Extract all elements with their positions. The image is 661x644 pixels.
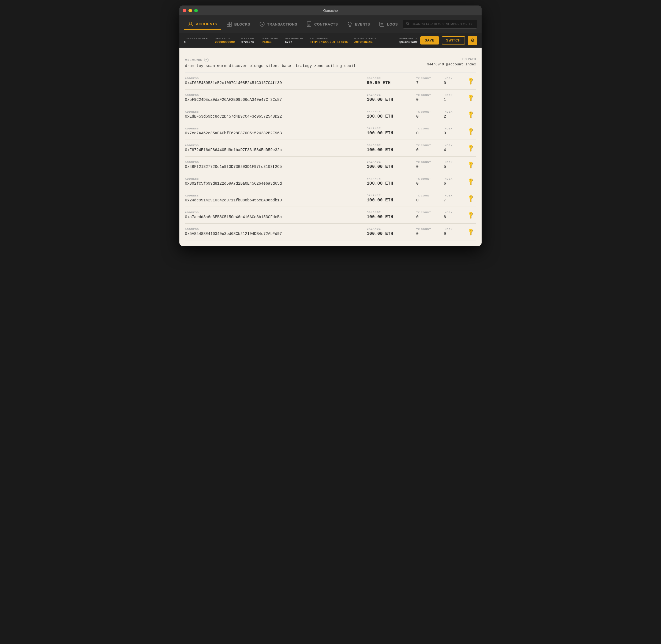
sidebar-item-blocks[interactable]: BLOCKS bbox=[222, 19, 254, 29]
close-button[interactable] bbox=[183, 9, 186, 13]
current-block-value: 8 bbox=[184, 40, 208, 44]
save-button[interactable]: SAVE bbox=[420, 36, 439, 45]
tx-count-label: TX COUNT bbox=[416, 194, 444, 197]
gas-price-value: 20000000000 bbox=[215, 40, 235, 44]
account-index: 2 bbox=[444, 114, 466, 119]
account-address-section: ADDRESS 0x302fC5fb99d8122d59A7d2Ba0E4562… bbox=[185, 178, 367, 186]
statusbar-right: WORKSPACE QUICKSTART SAVE SWITCH ⚙ bbox=[400, 36, 477, 45]
address-label: ADDRESS bbox=[185, 211, 367, 214]
account-row: ADDRESS 0x24dc99142910342c9711fb088b6455… bbox=[185, 190, 476, 207]
mnemonic-help-button[interactable]: ? bbox=[204, 58, 208, 62]
svg-rect-1 bbox=[227, 22, 229, 24]
account-tx-count: 0 bbox=[416, 97, 444, 102]
account-address: 0x5A84488E416349e3bd68Cb212194DB4c72AbFd… bbox=[185, 232, 367, 236]
maximize-button[interactable] bbox=[194, 9, 198, 13]
account-address: 0x24dc99142910342c9711fb088b6455cBA965db… bbox=[185, 198, 367, 203]
index-label: INDEX bbox=[444, 211, 466, 214]
address-label: ADDRESS bbox=[185, 127, 367, 130]
balance-label: BALANCE bbox=[367, 77, 416, 79]
account-balance: 99.99 ETH bbox=[367, 80, 416, 86]
account-address-section: ADDRESS 0xbF9C24DEca9daF26AF2E09566cA349… bbox=[185, 94, 367, 102]
sidebar-item-transactions[interactable]: TRANSACTIONS bbox=[255, 19, 301, 29]
account-tx-count: 0 bbox=[416, 131, 444, 135]
minimize-button[interactable] bbox=[188, 9, 192, 13]
tx-count-label: TX COUNT bbox=[416, 111, 444, 113]
sidebar-item-contracts[interactable]: CONTRACTS bbox=[302, 19, 342, 29]
switch-button[interactable]: SWITCH bbox=[442, 36, 465, 45]
account-balance-section: BALANCE 100.00 ETH bbox=[367, 160, 416, 169]
account-txcount-section: TX COUNT 0 bbox=[416, 161, 444, 169]
blocks-label: BLOCKS bbox=[234, 22, 250, 26]
account-row: ADDRESS 0x7ce7AA62e35aEACbfE628E87005152… bbox=[185, 123, 476, 140]
account-txcount-section: TX COUNT 0 bbox=[416, 94, 444, 102]
account-balance-section: BALANCE 100.00 ETH bbox=[367, 177, 416, 186]
sidebar-item-events[interactable]: EVENTS bbox=[343, 19, 374, 29]
index-label: INDEX bbox=[444, 161, 466, 163]
account-balance: 100.00 ETH bbox=[367, 181, 416, 186]
show-key-button[interactable]: 🔑 bbox=[465, 209, 477, 221]
account-txcount-section: TX COUNT 0 bbox=[416, 144, 444, 152]
account-tx-count: 0 bbox=[416, 198, 444, 203]
account-balance: 100.00 ETH bbox=[367, 114, 416, 119]
rpc-server-value: HTTP://127.0.0.1:7545 bbox=[310, 40, 348, 44]
search-bar[interactable] bbox=[403, 20, 477, 28]
show-key-button[interactable]: 🔑 bbox=[465, 192, 477, 204]
blocks-icon bbox=[226, 21, 232, 27]
address-label: ADDRESS bbox=[185, 178, 367, 180]
show-key-button[interactable]: 🔑 bbox=[465, 125, 477, 137]
balance-label: BALANCE bbox=[367, 211, 416, 213]
account-index: 6 bbox=[444, 181, 466, 186]
mining-status-value: AUTOMINING bbox=[355, 40, 377, 44]
index-label: INDEX bbox=[444, 144, 466, 147]
show-key-button[interactable]: 🔑 bbox=[465, 226, 477, 238]
account-txcount-section: TX COUNT 0 bbox=[416, 211, 444, 219]
account-row: ADDRESS 0x4F65E480581eE2c1097C1408E2451C… bbox=[185, 73, 476, 90]
account-index-section: INDEX 9 bbox=[444, 228, 466, 236]
address-label: ADDRESS bbox=[185, 144, 367, 147]
show-key-button[interactable]: 🔑 bbox=[465, 176, 477, 187]
account-index-section: INDEX 1 bbox=[444, 94, 466, 102]
rpc-server-label: RPC SERVER bbox=[310, 37, 348, 40]
titlebar-controls bbox=[183, 9, 198, 13]
account-index: 3 bbox=[444, 131, 466, 135]
workspace-item: WORKSPACE QUICKSTART bbox=[400, 37, 417, 44]
tx-count-label: TX COUNT bbox=[416, 77, 444, 80]
show-key-button[interactable]: 🔑 bbox=[465, 75, 477, 87]
balance-label: BALANCE bbox=[367, 177, 416, 180]
account-address: 0x302fC5fb99d8122d59A7d2Ba0E456264eba3d6… bbox=[185, 181, 367, 186]
settings-button[interactable]: ⚙ bbox=[468, 36, 477, 45]
address-label: ADDRESS bbox=[185, 111, 367, 113]
mnemonic-left: MNEMONIC ? drum toy scan warm discover p… bbox=[185, 58, 427, 68]
show-key-button[interactable]: 🔑 bbox=[465, 92, 477, 104]
events-icon bbox=[347, 21, 353, 27]
index-label: INDEX bbox=[444, 194, 466, 197]
show-key-button[interactable]: 🔑 bbox=[465, 159, 477, 170]
account-index: 0 bbox=[444, 81, 466, 85]
accounts-list: ADDRESS 0x4F65E480581eE2c1097C1408E2451C… bbox=[185, 73, 476, 240]
account-address: 0xF8724E16dF864405d9c1baD7F331584EdD59e3… bbox=[185, 148, 367, 152]
gear-icon: ⚙ bbox=[471, 38, 475, 43]
show-key-button[interactable]: 🔑 bbox=[465, 142, 477, 154]
contracts-icon bbox=[306, 21, 312, 27]
mnemonic-text: drum toy scan warm discover plunge silen… bbox=[185, 64, 427, 68]
account-index: 4 bbox=[444, 148, 466, 152]
account-balance-section: BALANCE 100.00 ETH bbox=[367, 93, 416, 102]
gas-limit-item: GAS LIMIT 6721975 bbox=[242, 37, 256, 44]
show-key-button[interactable]: 🔑 bbox=[465, 109, 477, 120]
svg-point-0 bbox=[189, 22, 192, 24]
tx-count-label: TX COUNT bbox=[416, 94, 444, 96]
search-input[interactable] bbox=[412, 23, 474, 26]
account-row: ADDRESS 0x302fC5fb99d8122d59A7d2Ba0E4562… bbox=[185, 174, 476, 190]
account-address: 0x7ce7AA62e35aEACbfE628E870051524382B2F9… bbox=[185, 131, 367, 135]
account-address: 0x4BFf2132772Dc1e9f3D73B293D1F97fc3103f2… bbox=[185, 165, 367, 169]
sidebar-item-logs[interactable]: LOGS bbox=[375, 19, 402, 29]
account-address: 0xEdBF53d69bc8dC2D457d4B9CC4F3c96572548D… bbox=[185, 114, 367, 119]
account-balance: 100.00 ETH bbox=[367, 147, 416, 153]
svg-point-8 bbox=[406, 22, 409, 24]
svg-rect-3 bbox=[227, 24, 229, 26]
account-txcount-section: TX COUNT 0 bbox=[416, 111, 444, 119]
accounts-icon bbox=[188, 21, 194, 27]
account-address: 0xa7aedd3a6e3EB8C5150e46e416ACc3b153CFdc… bbox=[185, 215, 367, 219]
account-row: ADDRESS 0xbF9C24DEca9daF26AF2E09566cA349… bbox=[185, 90, 476, 106]
sidebar-item-accounts[interactable]: ACCOUNTS bbox=[184, 19, 221, 30]
